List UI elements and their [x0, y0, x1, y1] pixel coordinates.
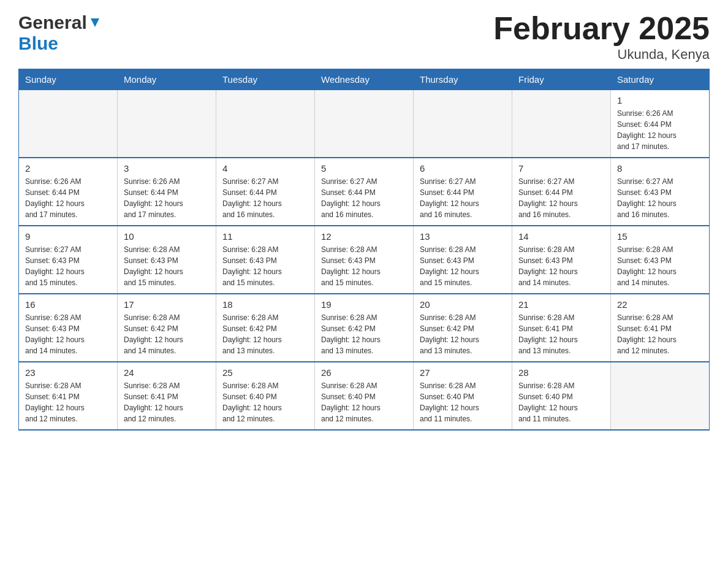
col-wednesday: Wednesday: [315, 69, 414, 90]
calendar-day-cell: [315, 90, 414, 158]
day-info: Sunrise: 6:28 AM Sunset: 6:43 PM Dayligh…: [518, 244, 604, 288]
header-row: Sunday Monday Tuesday Wednesday Thursday…: [19, 69, 710, 90]
day-number: 9: [25, 231, 111, 242]
day-number: 19: [321, 299, 407, 310]
day-number: 16: [25, 299, 111, 310]
day-info: Sunrise: 6:27 AM Sunset: 6:44 PM Dayligh…: [222, 176, 308, 220]
day-number: 10: [124, 231, 210, 242]
day-number: 23: [25, 367, 111, 378]
day-info: Sunrise: 6:28 AM Sunset: 6:43 PM Dayligh…: [124, 244, 210, 288]
day-info: Sunrise: 6:26 AM Sunset: 6:44 PM Dayligh…: [124, 176, 210, 220]
calendar-day-cell: 2Sunrise: 6:26 AM Sunset: 6:44 PM Daylig…: [19, 158, 118, 226]
col-sunday: Sunday: [19, 69, 118, 90]
day-info: Sunrise: 6:28 AM Sunset: 6:41 PM Dayligh…: [25, 380, 111, 424]
calendar-day-cell: 13Sunrise: 6:28 AM Sunset: 6:43 PM Dayli…: [414, 226, 512, 294]
calendar-day-cell: 6Sunrise: 6:27 AM Sunset: 6:44 PM Daylig…: [414, 158, 512, 226]
day-number: 18: [222, 299, 308, 310]
calendar-day-cell: 8Sunrise: 6:27 AM Sunset: 6:43 PM Daylig…: [611, 158, 710, 226]
month-title: February 2025: [493, 12, 710, 44]
calendar-day-cell: 26Sunrise: 6:28 AM Sunset: 6:40 PM Dayli…: [315, 362, 414, 430]
calendar-day-cell: 24Sunrise: 6:28 AM Sunset: 6:41 PM Dayli…: [118, 362, 216, 430]
day-info: Sunrise: 6:28 AM Sunset: 6:43 PM Dayligh…: [222, 244, 308, 288]
day-info: Sunrise: 6:28 AM Sunset: 6:43 PM Dayligh…: [420, 244, 506, 288]
day-number: 2: [25, 163, 111, 174]
calendar-day-cell: 27Sunrise: 6:28 AM Sunset: 6:40 PM Dayli…: [414, 362, 512, 430]
calendar-day-cell: 10Sunrise: 6:28 AM Sunset: 6:43 PM Dayli…: [118, 226, 216, 294]
calendar-day-cell: 7Sunrise: 6:27 AM Sunset: 6:44 PM Daylig…: [512, 158, 611, 226]
day-number: 28: [518, 367, 604, 378]
day-number: 1: [617, 95, 703, 105]
location-text: Ukunda, Kenya: [493, 47, 710, 63]
day-info: Sunrise: 6:28 AM Sunset: 6:41 PM Dayligh…: [617, 312, 703, 356]
calendar-day-cell: [512, 90, 611, 158]
calendar-day-cell: 9Sunrise: 6:27 AM Sunset: 6:43 PM Daylig…: [19, 226, 118, 294]
day-number: 7: [518, 163, 604, 174]
calendar-day-cell: 17Sunrise: 6:28 AM Sunset: 6:42 PM Dayli…: [118, 294, 216, 362]
calendar-day-cell: 4Sunrise: 6:27 AM Sunset: 6:44 PM Daylig…: [216, 158, 315, 226]
calendar-week-row: 2Sunrise: 6:26 AM Sunset: 6:44 PM Daylig…: [19, 158, 710, 226]
svg-marker-0: [91, 18, 99, 27]
day-number: 14: [518, 231, 604, 242]
logo: General Blue: [18, 12, 102, 54]
day-info: Sunrise: 6:28 AM Sunset: 6:40 PM Dayligh…: [420, 380, 506, 424]
day-number: 25: [222, 367, 308, 378]
col-monday: Monday: [118, 69, 216, 90]
day-number: 13: [420, 231, 506, 242]
calendar-day-cell: 3Sunrise: 6:26 AM Sunset: 6:44 PM Daylig…: [118, 158, 216, 226]
calendar-week-row: 16Sunrise: 6:28 AM Sunset: 6:43 PM Dayli…: [19, 294, 710, 362]
calendar-day-cell: 15Sunrise: 6:28 AM Sunset: 6:43 PM Dayli…: [611, 226, 710, 294]
col-thursday: Thursday: [414, 69, 512, 90]
day-info: Sunrise: 6:28 AM Sunset: 6:40 PM Dayligh…: [321, 380, 407, 424]
calendar-day-cell: 12Sunrise: 6:28 AM Sunset: 6:43 PM Dayli…: [315, 226, 414, 294]
day-info: Sunrise: 6:28 AM Sunset: 6:42 PM Dayligh…: [222, 312, 308, 356]
calendar-day-cell: 28Sunrise: 6:28 AM Sunset: 6:40 PM Dayli…: [512, 362, 611, 430]
calendar-day-cell: 5Sunrise: 6:27 AM Sunset: 6:44 PM Daylig…: [315, 158, 414, 226]
day-number: 26: [321, 367, 407, 378]
calendar-body: 1Sunrise: 6:26 AM Sunset: 6:44 PM Daylig…: [19, 90, 710, 431]
day-info: Sunrise: 6:28 AM Sunset: 6:42 PM Dayligh…: [124, 312, 210, 356]
day-number: 15: [617, 231, 703, 242]
calendar-day-cell: 16Sunrise: 6:28 AM Sunset: 6:43 PM Dayli…: [19, 294, 118, 362]
day-info: Sunrise: 6:27 AM Sunset: 6:44 PM Dayligh…: [518, 176, 604, 220]
calendar-week-row: 9Sunrise: 6:27 AM Sunset: 6:43 PM Daylig…: [19, 226, 710, 294]
day-number: 11: [222, 231, 308, 242]
day-info: Sunrise: 6:27 AM Sunset: 6:43 PM Dayligh…: [617, 176, 703, 220]
logo-blue-text: Blue: [18, 33, 58, 54]
day-number: 20: [420, 299, 506, 310]
day-info: Sunrise: 6:28 AM Sunset: 6:42 PM Dayligh…: [321, 312, 407, 356]
day-number: 24: [124, 367, 210, 378]
calendar-day-cell: 22Sunrise: 6:28 AM Sunset: 6:41 PM Dayli…: [611, 294, 710, 362]
calendar-day-cell: 19Sunrise: 6:28 AM Sunset: 6:42 PM Dayli…: [315, 294, 414, 362]
day-info: Sunrise: 6:28 AM Sunset: 6:42 PM Dayligh…: [420, 312, 506, 356]
day-info: Sunrise: 6:27 AM Sunset: 6:44 PM Dayligh…: [420, 176, 506, 220]
calendar-day-cell: 25Sunrise: 6:28 AM Sunset: 6:40 PM Dayli…: [216, 362, 315, 430]
day-number: 27: [420, 367, 506, 378]
logo-arrow-icon: [88, 16, 102, 29]
calendar-day-cell: [19, 90, 118, 158]
calendar-day-cell: [118, 90, 216, 158]
calendar-table: Sunday Monday Tuesday Wednesday Thursday…: [18, 69, 710, 431]
day-number: 4: [222, 163, 308, 174]
col-saturday: Saturday: [611, 69, 710, 90]
day-info: Sunrise: 6:26 AM Sunset: 6:44 PM Dayligh…: [617, 108, 703, 152]
day-number: 21: [518, 299, 604, 310]
day-info: Sunrise: 6:28 AM Sunset: 6:40 PM Dayligh…: [222, 380, 308, 424]
day-number: 12: [321, 231, 407, 242]
calendar-day-cell: 18Sunrise: 6:28 AM Sunset: 6:42 PM Dayli…: [216, 294, 315, 362]
calendar-day-cell: 23Sunrise: 6:28 AM Sunset: 6:41 PM Dayli…: [19, 362, 118, 430]
calendar-day-cell: 21Sunrise: 6:28 AM Sunset: 6:41 PM Dayli…: [512, 294, 611, 362]
day-number: 3: [124, 163, 210, 174]
day-number: 6: [420, 163, 506, 174]
calendar-day-cell: 20Sunrise: 6:28 AM Sunset: 6:42 PM Dayli…: [414, 294, 512, 362]
day-info: Sunrise: 6:27 AM Sunset: 6:43 PM Dayligh…: [25, 244, 111, 288]
calendar-day-cell: [611, 362, 710, 430]
calendar-day-cell: 14Sunrise: 6:28 AM Sunset: 6:43 PM Dayli…: [512, 226, 611, 294]
day-info: Sunrise: 6:28 AM Sunset: 6:41 PM Dayligh…: [518, 312, 604, 356]
day-info: Sunrise: 6:28 AM Sunset: 6:40 PM Dayligh…: [518, 380, 604, 424]
day-info: Sunrise: 6:27 AM Sunset: 6:44 PM Dayligh…: [321, 176, 407, 220]
title-section: February 2025 Ukunda, Kenya: [493, 12, 710, 63]
day-number: 5: [321, 163, 407, 174]
day-number: 22: [617, 299, 703, 310]
calendar-day-cell: 11Sunrise: 6:28 AM Sunset: 6:43 PM Dayli…: [216, 226, 315, 294]
day-number: 8: [617, 163, 703, 174]
